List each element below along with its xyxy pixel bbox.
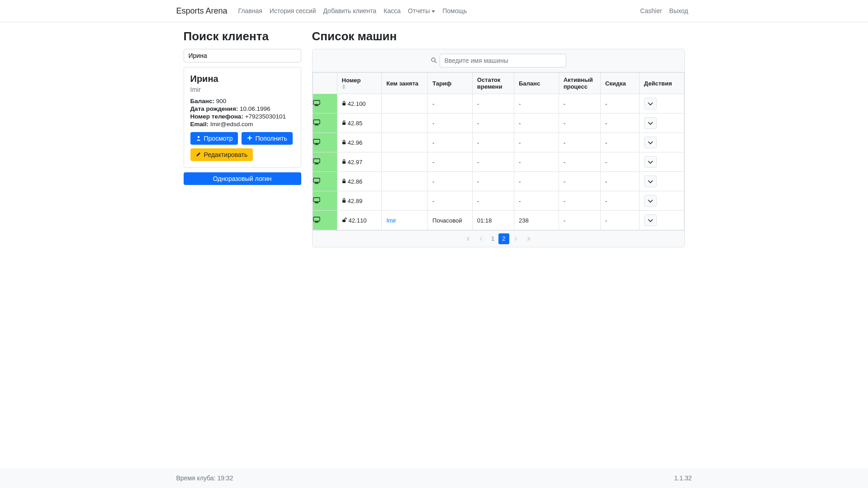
- tariff-cell: -: [428, 133, 473, 152]
- row-actions-button[interactable]: [644, 214, 657, 226]
- col-timeleft-header: Остаток времени: [472, 73, 514, 94]
- edit-client-button[interactable]: Редактировать: [190, 148, 253, 161]
- discount-cell: -: [600, 172, 639, 191]
- status-cell: [313, 172, 337, 191]
- page-first-button[interactable]: [464, 233, 475, 244]
- nav-home[interactable]: Главная: [235, 4, 266, 18]
- client-email-label: Email:: [190, 121, 209, 128]
- plus-icon: [247, 135, 252, 142]
- svg-rect-12: [314, 125, 318, 125]
- row-actions-button[interactable]: [644, 156, 657, 168]
- row-actions-button[interactable]: [644, 117, 657, 129]
- machines-title: Список машин: [312, 29, 685, 43]
- row-actions-button[interactable]: [644, 137, 657, 148]
- svg-rect-32: [314, 222, 318, 223]
- col-activeproc-header: Активный процесс: [559, 73, 600, 94]
- col-tariff-header: Тариф: [428, 73, 473, 94]
- timeleft-cell: 01:18: [472, 211, 514, 230]
- actions-cell: [639, 94, 684, 114]
- view-client-button[interactable]: Просмотр: [190, 132, 238, 145]
- monitor-icon: [313, 120, 320, 127]
- svg-rect-6: [313, 100, 320, 104]
- page-button[interactable]: 1: [488, 233, 498, 244]
- balance-cell: -: [514, 94, 559, 114]
- svg-rect-17: [342, 142, 346, 144]
- client-card: Ирина Imir Баланс: 900 Дата рождения: 10…: [184, 67, 301, 168]
- nav-cash[interactable]: Касса: [380, 4, 404, 18]
- occupied-user-link[interactable]: Imir: [386, 217, 396, 224]
- status-cell: [313, 211, 337, 230]
- row-actions-button[interactable]: [644, 175, 657, 187]
- svg-rect-26: [313, 198, 320, 202]
- otp-login-label: Одноразовый логин: [213, 175, 272, 182]
- machine-search-input[interactable]: [440, 54, 566, 67]
- row-actions-button[interactable]: [644, 98, 657, 109]
- edit-client-label: Редактировать: [204, 151, 248, 158]
- number-cell: 42.96: [337, 133, 382, 152]
- balance-cell: -: [514, 133, 559, 152]
- topup-button[interactable]: Пополнить: [242, 132, 292, 145]
- chevron-down-icon: [432, 7, 435, 14]
- row-actions-button[interactable]: [644, 195, 657, 207]
- page-button[interactable]: 2: [498, 233, 509, 244]
- chevron-down-icon: [648, 217, 653, 224]
- number-cell: 42.89: [337, 191, 382, 211]
- balance-cell: -: [514, 191, 559, 211]
- club-time: Время клуба: 19:32: [176, 474, 233, 482]
- svg-rect-10: [313, 120, 320, 124]
- nav-reports[interactable]: Отчеты: [404, 4, 439, 18]
- club-time-value: 19:32: [217, 474, 233, 482]
- occupied-cell[interactable]: Imir: [382, 211, 428, 230]
- svg-rect-13: [342, 122, 346, 125]
- svg-rect-22: [313, 178, 320, 182]
- balance-cell: 238: [514, 211, 559, 230]
- page-prev-button[interactable]: [476, 233, 487, 244]
- search-icon: [431, 57, 437, 65]
- otp-login-button[interactable]: Одноразовый логин: [184, 172, 301, 185]
- svg-rect-29: [342, 200, 346, 203]
- table-row: 42.86-----: [313, 172, 684, 191]
- activeproc-cell: -: [559, 152, 600, 172]
- number-cell: 42.85: [337, 114, 382, 133]
- client-phone-label: Номер телефона:: [190, 113, 243, 120]
- svg-rect-8: [314, 105, 318, 106]
- table-row: 42.100-----: [313, 94, 684, 114]
- machine-number: 42.100: [348, 100, 366, 107]
- svg-line-5: [435, 61, 436, 63]
- nav-history[interactable]: История сессий: [266, 4, 320, 18]
- occupied-cell: [382, 172, 428, 191]
- table-row: 42.110ImirПочасовой01:18238--: [313, 211, 684, 230]
- client-search-input[interactable]: [184, 49, 301, 62]
- machine-number: 42.110: [349, 217, 367, 224]
- occupied-cell: [382, 152, 428, 172]
- machine-number: 42.86: [348, 178, 363, 185]
- tariff-cell: -: [428, 172, 473, 191]
- user-icon: [196, 135, 201, 142]
- machine-number: 42.89: [348, 198, 363, 204]
- footer: Время клуба: 19:32 1.1.32: [0, 468, 868, 488]
- sort-icon: [342, 85, 377, 90]
- col-number-header[interactable]: Номер: [337, 73, 382, 94]
- nav-links: Главная История сессий Добавить клиента …: [235, 4, 637, 18]
- occupied-cell: [382, 133, 428, 152]
- table-row: 42.89-----: [313, 191, 684, 211]
- client-balance-label: Баланс:: [190, 98, 214, 104]
- col-number-label: Номер: [342, 77, 361, 84]
- nav-add-client[interactable]: Добавить клиента: [319, 4, 380, 18]
- number-cell: 42.86: [337, 172, 382, 191]
- table-row: 42.85-----: [313, 114, 684, 133]
- nav-logout[interactable]: Выход: [666, 4, 692, 18]
- nav-cashier[interactable]: Cashier: [636, 4, 665, 18]
- actions-cell: [639, 172, 684, 191]
- timeleft-cell: -: [472, 114, 514, 133]
- actions-cell: [639, 114, 684, 133]
- occupied-cell: [382, 94, 428, 114]
- machine-number: 42.85: [348, 120, 363, 127]
- svg-point-4: [432, 58, 435, 62]
- page-next-button[interactable]: [510, 233, 521, 244]
- tariff-cell: -: [428, 94, 473, 114]
- status-cell: [313, 191, 337, 211]
- occupied-cell: [382, 114, 428, 133]
- page-last-button[interactable]: [522, 233, 533, 244]
- nav-help[interactable]: Помощь: [439, 4, 470, 18]
